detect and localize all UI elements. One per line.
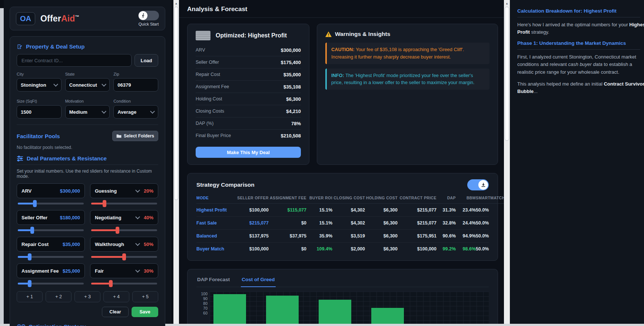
table-cell: 94.9% (456, 230, 476, 243)
scrollbar-up-arrow-icon[interactable]: ▲ (504, 0, 510, 5)
increment-button[interactable]: + 2 (46, 291, 72, 302)
clear-button[interactable]: Clear (102, 307, 129, 317)
select-folders-button[interactable]: Select Folders (112, 131, 158, 141)
chevron-down-icon (102, 82, 106, 87)
chevron-down-icon (135, 268, 140, 273)
resistance-param-box[interactable]: Negotiating40% (90, 210, 158, 225)
tab-cost-of-greed[interactable]: Cost of Greed (241, 275, 275, 287)
size-input[interactable]: 1500 (17, 105, 62, 119)
chart-plot-area (210, 292, 489, 324)
warnings-title: Warnings & Insights (335, 31, 390, 37)
resistance-param-slider[interactable] (91, 283, 157, 285)
slider-thumb[interactable] (28, 280, 31, 287)
table-mode-link[interactable]: Balanced (196, 230, 233, 243)
breakdown-paragraph: First, I analyzed current Stonington, Co… (517, 53, 644, 76)
scrollbar-thumb[interactable] (505, 7, 509, 141)
resistance-param-slider[interactable] (91, 229, 157, 231)
resistance-param-slider[interactable] (91, 256, 157, 258)
state-label: State (65, 72, 110, 76)
table-mode-link[interactable]: Highest Profit (196, 204, 233, 217)
table-cell: $175,951 (398, 230, 436, 243)
breakdown-text-segment: This analysis helped me define an initia… (517, 81, 604, 87)
table-cell: $100,000 (233, 243, 269, 255)
optimized-card: Optimized: Highest Profit ARV$300,000Sel… (187, 24, 309, 165)
motivation-label: Motivation (65, 99, 110, 103)
table-cell: $4,302 (332, 204, 365, 217)
sidebar-scrollbar[interactable]: ▲ (173, 0, 179, 324)
window-left-scrollbar[interactable] (0, 8, 4, 324)
slider-thumb[interactable] (103, 200, 106, 207)
contract-id-input[interactable] (17, 54, 132, 67)
state-select[interactable]: Connecticut (65, 78, 110, 92)
increment-button[interactable]: + 3 (74, 291, 100, 302)
deal-param-slider[interactable] (18, 256, 84, 258)
brand-header: OA OfferAid™ Quick Start (10, 7, 165, 30)
increment-button[interactable]: + 1 (17, 291, 43, 302)
chart-bar (213, 294, 246, 324)
resistance-param-box[interactable]: Walkthrough50% (90, 237, 158, 252)
resistance-param-label: Guessing (95, 188, 117, 194)
make-this-my-deal-button[interactable]: Make This My Deal (196, 147, 301, 158)
optimized-row: Repair Cost$35,000 (196, 69, 301, 81)
parameter-row: Seller Offer$180,000Negotiating40% (17, 210, 158, 232)
table-mode-link[interactable]: Buyer Match (196, 243, 233, 255)
deal-param-slider[interactable] (18, 229, 84, 231)
table-cell: 50.0% (476, 217, 489, 230)
table-cell: 32.8% (436, 217, 456, 230)
deal-param-slider[interactable] (18, 283, 84, 285)
size-value: 1500 (21, 109, 31, 115)
optimized-row-label: ARV (196, 47, 205, 53)
tab-dap-forecast[interactable]: DAP Forecast (196, 275, 230, 287)
optimized-row-value: $4,210 (286, 109, 301, 114)
quick-start-toggle[interactable] (138, 11, 159, 20)
breakdown-heading: Calculation Breakdown for: Highest Profi… (517, 8, 644, 14)
slider-thumb[interactable] (122, 253, 126, 260)
resistance-param-box[interactable]: Fair30% (90, 263, 158, 278)
deal-param-box[interactable]: Repair Cost$35,000 (17, 237, 85, 252)
slider-thumb[interactable] (116, 227, 119, 234)
table-cell: $100,000 (233, 204, 269, 217)
resistance-param-box[interactable]: Guessing20% (90, 183, 158, 198)
deal-param-slider[interactable] (18, 203, 84, 204)
slider-fill (91, 229, 117, 231)
scrollbar-thumb[interactable] (174, 7, 178, 200)
strategy-thumbnail-image (196, 31, 210, 40)
table-cell: 24.4% (456, 217, 476, 230)
increment-button[interactable]: + 4 (103, 291, 129, 302)
condition-select[interactable]: Average (113, 105, 158, 119)
table-header-holding-cost: HOLDING COST (365, 190, 398, 204)
deal-param-box[interactable]: Seller Offer$180,000 (17, 210, 85, 225)
slider-thumb[interactable] (30, 227, 34, 234)
table-mode-link[interactable]: Fast Sale (196, 217, 233, 230)
increment-button[interactable]: + 5 (132, 291, 158, 302)
deal-param-value: $35,000 (63, 242, 80, 247)
analysis-scrollbar[interactable]: ▲ (504, 0, 510, 324)
save-button[interactable]: Save (132, 307, 158, 317)
deal-param-box[interactable]: ARV$300,000 (17, 183, 85, 198)
slider-thumb[interactable] (28, 253, 31, 260)
chevron-down-icon[interactable] (151, 323, 157, 326)
parameters-description: Set your initial numbers. Use the red sl… (17, 169, 158, 179)
motivation-select[interactable]: Medium (65, 105, 110, 119)
table-cell: $0 (269, 243, 306, 255)
optimized-row-label: DAP (%) (196, 121, 213, 126)
parameter-row: ARV$300,000Guessing20% (17, 183, 158, 205)
table-cell: $100,000 (398, 243, 436, 255)
optimized-card-title: Optimized: Highest Profit (216, 32, 287, 39)
zip-input[interactable]: 06379 (113, 78, 158, 92)
slider-thumb[interactable] (33, 200, 37, 207)
table-cell: 50.0% (476, 243, 489, 255)
breakdown-text-segment: cash buyer data (568, 61, 602, 67)
table-cell: $0 (269, 217, 306, 230)
city-select[interactable]: Stonington (17, 78, 62, 92)
comparison-toggle[interactable] (467, 179, 489, 190)
deal-param-box[interactable]: Assignment Fee$25,000 (17, 263, 85, 278)
load-button[interactable]: Load (135, 54, 158, 67)
resistance-param-slider[interactable] (91, 203, 157, 204)
deal-parameter: Assignment Fee$25,000 (17, 263, 85, 285)
brand-aid: Aid (61, 14, 75, 23)
resistance-parameter: Guessing20% (90, 183, 158, 205)
scrollbar-up-arrow-icon[interactable]: ▲ (173, 0, 179, 5)
slider-thumb[interactable] (109, 280, 113, 287)
deal-parameter: Repair Cost$35,000 (17, 237, 85, 259)
